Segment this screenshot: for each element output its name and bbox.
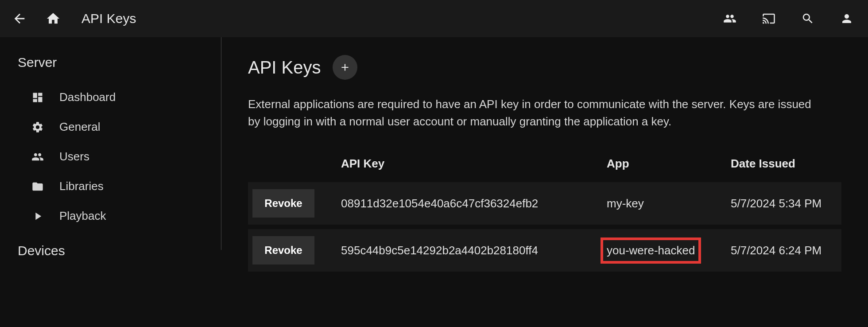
sidebar-item-label: Dashboard — [59, 90, 116, 104]
play-icon — [31, 210, 44, 223]
col-date-issued: Date Issued — [731, 157, 837, 171]
cell-api-key: 08911d32e1054e40a6c47cf36324efb2 — [341, 197, 607, 210]
sidebar-item-label: Playback — [59, 209, 106, 223]
dashboard-icon — [31, 91, 44, 104]
sidebar-item-label: Libraries — [59, 179, 104, 193]
table-row: Revoke 595c44b9c5e14292b2a4402b28180ff4 … — [248, 229, 841, 272]
profile-icon[interactable] — [836, 8, 857, 29]
sidebar-item-playback[interactable]: Playback — [18, 201, 205, 231]
sidebar-item-general[interactable]: General — [18, 112, 205, 142]
folder-icon — [31, 180, 44, 193]
back-icon[interactable] — [9, 8, 30, 29]
sidebar-item-label: General — [59, 120, 101, 134]
users-icon — [31, 150, 44, 164]
top-bar: API Keys — [0, 0, 868, 37]
cell-app: my-key — [607, 197, 731, 210]
cell-app-text: you-were-hacked — [607, 244, 695, 257]
search-icon[interactable] — [797, 8, 818, 29]
page-breadcrumb: API Keys — [81, 11, 136, 26]
page-title: API Keys — [248, 58, 321, 78]
add-key-button[interactable] — [333, 55, 357, 80]
sidebar-item-label: Users — [59, 150, 89, 164]
revoke-button[interactable]: Revoke — [252, 189, 314, 218]
table-header: API Key App Date Issued — [248, 150, 841, 178]
cell-date-issued: 5/7/2024 6:24 PM — [731, 244, 837, 257]
sidebar-item-libraries[interactable]: Libraries — [18, 171, 205, 201]
api-keys-table: API Key App Date Issued Revoke 08911d32e… — [248, 150, 841, 272]
table-row: Revoke 08911d32e1054e40a6c47cf36324efb2 … — [248, 182, 841, 225]
revoke-button[interactable]: Revoke — [252, 236, 314, 265]
col-api-key: API Key — [341, 157, 607, 171]
top-bar-left: API Keys — [9, 8, 136, 29]
sidebar-section-server: Server — [18, 55, 205, 70]
page-description: External applications are required to ha… — [248, 96, 824, 130]
home-icon[interactable] — [43, 8, 64, 29]
cell-app: you-were-hacked — [607, 244, 731, 257]
gear-icon — [31, 121, 44, 134]
cast-icon[interactable] — [758, 8, 779, 29]
plus-icon — [339, 62, 351, 73]
sidebar-item-users[interactable]: Users — [18, 142, 205, 171]
page-header: API Keys — [248, 55, 841, 80]
cell-date-issued: 5/7/2024 5:34 PM — [731, 197, 837, 210]
main-content: API Keys External applications are requi… — [221, 37, 868, 327]
sidebar-section-devices: Devices — [18, 243, 205, 258]
sidebar: Server Dashboard General Users Libraries — [0, 37, 221, 250]
users-icon[interactable] — [719, 8, 740, 29]
cell-api-key: 595c44b9c5e14292b2a4402b28180ff4 — [341, 244, 607, 257]
col-app: App — [607, 157, 731, 171]
top-bar-right — [719, 8, 857, 29]
sidebar-item-dashboard[interactable]: Dashboard — [18, 82, 205, 112]
